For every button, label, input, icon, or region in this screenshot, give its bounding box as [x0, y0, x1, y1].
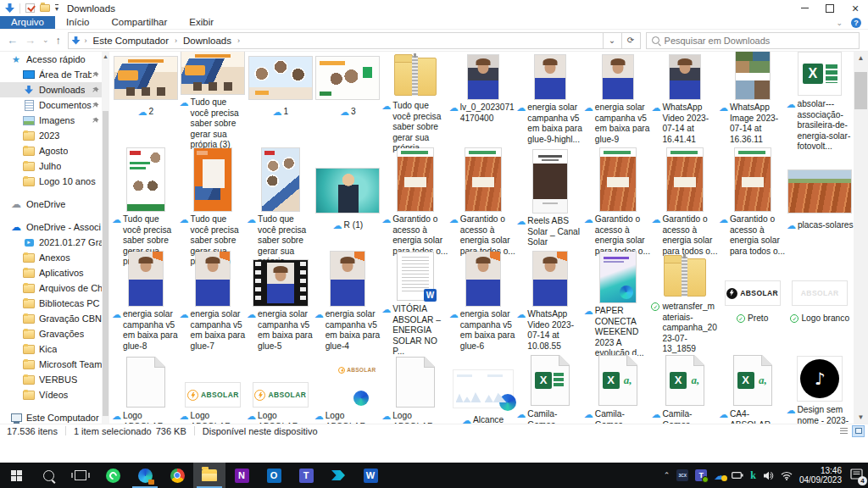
- taskbar-button-teams[interactable]: T: [290, 463, 322, 488]
- file-item[interactable]: ☁2: [112, 52, 180, 148]
- sidebar-item-v-deos[interactable]: Vídeos: [0, 387, 109, 402]
- sidebar-item-bibliotecas-pc[interactable]: Bibliotecas PC: [0, 296, 109, 311]
- battery-icon[interactable]: [732, 471, 743, 480]
- sidebar-item-arquivos-de-cha[interactable]: Arquivos de Cha: [0, 280, 109, 296]
- file-item[interactable]: ☁Alcance: [449, 355, 517, 424]
- file-item[interactable]: W☁VITÓRIA ABSOLAR – ENERGIA SOLAR NO P..…: [381, 252, 449, 355]
- customize-qat-icon[interactable]: ▾: [55, 4, 58, 13]
- taskbar-button-power-automate[interactable]: [322, 463, 354, 488]
- breadcrumb-item[interactable]: Este Computador: [92, 36, 171, 46]
- file-item[interactable]: Xa,☁Camila-Gomes-Anúncios-1-de-jun-de-20…: [584, 355, 652, 424]
- address-dropdown-icon[interactable]: ⌄: [604, 32, 622, 49]
- file-item[interactable]: ☁Logo ABSOLAR_preto (1).eps: [112, 355, 180, 424]
- file-item[interactable]: ☁Garantido o acesso à energia solar para…: [381, 148, 449, 252]
- sidebar-item-aplicativos[interactable]: Aplicativos: [0, 265, 109, 280]
- main-scrollbar-thumb[interactable]: [854, 72, 867, 109]
- file-item[interactable]: ☁Garantido o acesso à energia solar para…: [719, 148, 787, 252]
- file-item[interactable]: Xa,☁Camila-Gomes-Anúncios-1-de-jun-de-20…: [651, 355, 719, 424]
- file-item[interactable]: ☁energia solar campanha v5 em baixa para…: [247, 252, 314, 355]
- address-field[interactable]: ›Este Computador›Downloads›: [68, 32, 604, 49]
- sidebar-item-kica[interactable]: Kica: [0, 341, 109, 357]
- breadcrumb-item[interactable]: Downloads: [181, 36, 233, 46]
- taskbar-button-edge[interactable]: [129, 463, 161, 488]
- forward-icon[interactable]: →: [25, 35, 36, 46]
- sidebar-item-microsoft-teams[interactable]: Microsoft Teams: [0, 357, 109, 372]
- onedrive-tray-icon[interactable]: ☁: [714, 470, 725, 481]
- file-item[interactable]: ☁Garantido o acesso à energia solar para…: [584, 148, 652, 252]
- sidebar-item-grava-es[interactable]: Gravações: [0, 326, 109, 341]
- sidebar-item-onedrive-associ[interactable]: OneDrive - Associ: [0, 219, 109, 235]
- taskbar-button-word[interactable]: W: [354, 463, 387, 488]
- taskbar-button-file-explorer[interactable]: [193, 463, 225, 488]
- hidden-icons-chevron[interactable]: ⌃: [664, 471, 670, 480]
- minimize-button[interactable]: [792, 0, 817, 16]
- sidebar-item-2021-01-27-grava[interactable]: 2021.01.27 Grava: [0, 235, 109, 250]
- file-item[interactable]: ☁Tudo que você precisa saber sobre gerar…: [381, 52, 449, 148]
- properties-icon[interactable]: [25, 3, 35, 13]
- sidebar-item-este-computador[interactable]: Este Computador: [0, 410, 109, 424]
- back-icon[interactable]: ←: [7, 35, 18, 46]
- sidebar-item-onedrive[interactable]: OneDrive: [0, 197, 109, 212]
- file-item[interactable]: ABSOLAR☁Logo ABSOLAR: [180, 355, 248, 424]
- file-item[interactable]: ♪☁Design sem nome - 2023-07-13T135124.43…: [786, 355, 854, 424]
- taskbar-clock[interactable]: 13:46 04/09/2023: [799, 466, 842, 485]
- large-icons-view-icon[interactable]: [852, 425, 865, 437]
- file-item[interactable]: ABSOLAR☁Logo ABSOLAR: [314, 355, 382, 424]
- file-item[interactable]: ☁R (1): [314, 148, 382, 252]
- close-button[interactable]: [843, 0, 868, 16]
- scroll-up-icon[interactable]: ▲: [102, 53, 109, 59]
- main-scrollbar[interactable]: ▲ ▼: [854, 52, 868, 424]
- sidebar-item-acesso-r-pido[interactable]: Acesso rápido: [0, 52, 109, 67]
- sidebar-item--rea-de-traba[interactable]: Área de Traba: [0, 67, 109, 82]
- up-icon[interactable]: ↑: [56, 36, 61, 46]
- file-item[interactable]: ☁PAPER CONECTA WEEKEND 2023 A evolução d…: [584, 252, 652, 355]
- file-item[interactable]: ☁lv_0_20230714170400: [449, 52, 517, 148]
- sidebar-item-imagens[interactable]: Imagens: [0, 113, 109, 128]
- file-item[interactable]: ☁energia solar campanha v5 em baixa para…: [314, 252, 382, 355]
- file-item[interactable]: ☁Tudo que você precisa saber sobre gerar…: [180, 52, 248, 148]
- sidebar-scrollbar-thumb[interactable]: [103, 111, 108, 416]
- wifi-icon[interactable]: [781, 471, 793, 480]
- sidebar-scrollbar[interactable]: ▲: [102, 52, 109, 424]
- taskbar-button-search[interactable]: [32, 463, 64, 488]
- ribbon-tab-início[interactable]: Início: [55, 16, 101, 29]
- sidebar-item-julho[interactable]: Julho: [0, 158, 109, 174]
- file-item[interactable]: ☁energia solar campanha v5 em baixa para…: [449, 252, 517, 355]
- file-item[interactable]: Xa,☁CA4-ABSOLAR-Reserva-Conjuntos-de-anú…: [719, 355, 787, 424]
- sidebar-item-grava-o-cbn[interactable]: Gravação CBN: [0, 311, 109, 326]
- search-input[interactable]: [665, 36, 854, 46]
- file-item[interactable]: ☁Garantido o acesso à energia solar para…: [651, 148, 719, 252]
- file-item[interactable]: ☁3: [314, 52, 382, 148]
- new-folder-icon[interactable]: [40, 4, 50, 12]
- file-item[interactable]: ☁Tudo que você precisa saber sobre gerar…: [180, 148, 248, 252]
- file-item[interactable]: X☁absolar---associação-brasileira-de-ene…: [786, 52, 854, 148]
- taskbar-button-outlook[interactable]: O: [258, 463, 290, 488]
- taskbar-button-onenote[interactable]: N: [225, 463, 258, 488]
- file-item[interactable]: ☁energia solar campanha v5 em baixa para…: [584, 52, 652, 148]
- file-item[interactable]: ☁Tudo que você precisa saber sobre gerar…: [112, 148, 180, 252]
- ribbon-tab-exibir[interactable]: Exibir: [178, 16, 225, 29]
- scroll-up-icon[interactable]: ▲: [854, 54, 868, 62]
- ribbon-tab-arquivo[interactable]: Arquivo: [0, 16, 55, 29]
- file-item[interactable]: ☁Logo ABSOLAR (3).eps: [381, 355, 449, 424]
- file-item[interactable]: X☁Camila-Gomes-Anúncios-1-de-jun-de-2023…: [516, 355, 584, 424]
- file-item[interactable]: ☁WhatsApp Video 2023-07-14 at 10.08.55: [516, 252, 584, 355]
- file-item[interactable]: ☁Reels ABS Solar _ Canal Solar: [516, 148, 584, 252]
- file-item[interactable]: ☁1: [247, 52, 314, 148]
- details-view-icon[interactable]: [837, 425, 850, 437]
- refresh-icon[interactable]: ⟳: [622, 32, 641, 49]
- sidebar-item-downloads[interactable]: Downloads: [0, 82, 109, 97]
- taskbar-button-task-view[interactable]: [64, 463, 97, 488]
- maximize-button[interactable]: [817, 0, 843, 16]
- 3cx-tray-icon[interactable]: 3CX: [676, 469, 688, 481]
- kaspersky-tray-icon[interactable]: k: [750, 470, 756, 480]
- search-box[interactable]: [646, 32, 860, 49]
- ribbon-tab-compartilhar[interactable]: Compartilhar: [101, 16, 179, 29]
- recent-locations-icon[interactable]: ⌄: [42, 36, 49, 44]
- sidebar-item-2023[interactable]: 2023: [0, 128, 109, 143]
- action-center-icon[interactable]: 4: [850, 468, 863, 483]
- sidebar-item-logo-10-anos[interactable]: Logo 10 anos: [0, 174, 109, 189]
- sidebar-item-agosto[interactable]: Agosto: [0, 143, 109, 158]
- file-item[interactable]: ☁Tudo que você precisa saber sobre gerar…: [247, 148, 314, 252]
- file-item[interactable]: ☁placas-solares: [786, 148, 854, 252]
